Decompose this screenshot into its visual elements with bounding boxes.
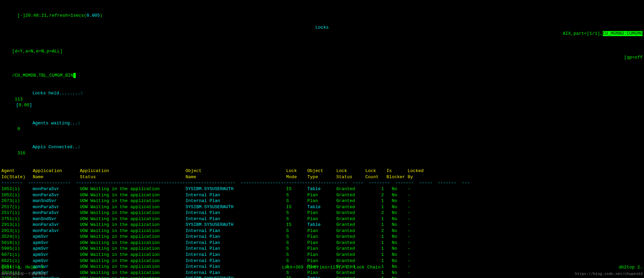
table-row: 2517(i) monParaSvr UOW Waiting in the ap… [1, 210, 643, 216]
table-row: 2913(i) monParaSvr UOW Waiting in the ap… [1, 222, 643, 228]
very-bottom-bar: 请在此处添加一个新的标签。 https://blog.csdn.net/chup… [0, 272, 644, 277]
separator: -------- ---------------- --------------… [1, 180, 643, 186]
top-bar-left: [-]20:48:21,refresh=1secs(0.005) [1, 13, 103, 24]
col-headers-row1: Agent Application Application Object Loc… [1, 168, 643, 174]
bottom-right: db2top 2. [619, 264, 643, 271]
table-row: 6071(i) apmSvr UOW Waiting in the applic… [1, 252, 643, 258]
very-bottom-left: 请在此处添加一个新的标签。 [1, 272, 50, 277]
top-bar-center: Locks [315, 25, 328, 31]
table-row: 6621(i) apmSvr UOW Waiting in the applic… [1, 258, 643, 264]
table-row: 3524(i) apmSvr UOW Waiting in the applic… [1, 234, 643, 240]
bottom-bar: Quit: q, Help: h Lock=369 (Entries=113),… [0, 264, 644, 271]
table-row: 2517(i) monParaSvr UOW Waiting in the ap… [1, 204, 643, 210]
table-row: 2751(i) manSndSvr UOW Waiting in the app… [1, 216, 643, 222]
filter-line: [d=Y,a=N,e=N,p=ALL] [qp=off [1, 43, 643, 66]
spacer1 [1, 162, 643, 168]
table-row: 2913(i) monParaSvr UOW Waiting in the ap… [1, 228, 643, 234]
table-row: 2073(i) manSndSvr UOW Waiting in the app… [1, 198, 643, 204]
stats-appls-connected: Appls Connected..: 316 [1, 138, 643, 162]
stats-agents-waiting: Agents waiting...: 0 [1, 114, 643, 138]
table-row: 5905(i) apmSvr UOW Waiting in the applic… [1, 246, 643, 252]
top-bar-right: AIX,part=[1/1],CU_MGMAD:CUMGMG [563, 31, 643, 37]
bottom-left: Quit: q, Help: h [1, 264, 44, 271]
table-row: 1052(i) monParaSvr UOW Waiting in the ap… [1, 192, 643, 198]
very-bottom-right: https://blog.csdn.net/chupe163 [575, 272, 643, 277]
stats-locks-held: Locks held........: 113 [0.00] [1, 84, 643, 114]
top-bar: [-]20:48:21,refresh=1secs(0.005) Locks A… [1, 1, 643, 43]
bottom-center: Lock=369 (Entries=113), L: Lock Chain [282, 264, 381, 271]
path-line: /CU_MGMDB.TBL_CUMGM_BIN [1, 66, 643, 84]
terminal: [-]20:48:21,refresh=1secs(0.005) Locks A… [0, 0, 644, 278]
col-headers-row2: Id(State) Name Status Name Mode Type Sta… [1, 174, 643, 180]
table-row: 1052(i) monParaSvr UOW Waiting in the ap… [1, 186, 643, 192]
table-row: 5618(i) apmSvr UOW Waiting in the applic… [1, 240, 643, 246]
